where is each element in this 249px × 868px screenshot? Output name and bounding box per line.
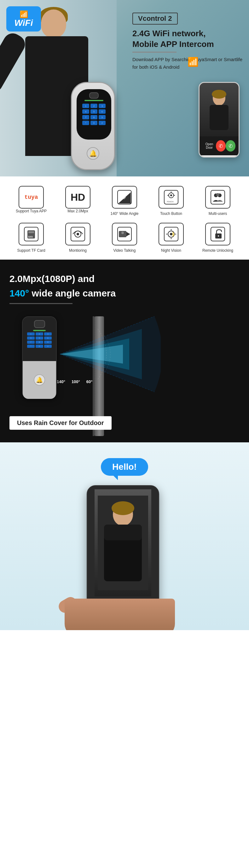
remote-unlock-icon-box: [205, 223, 230, 245]
cam-key-4: 4: [27, 337, 35, 340]
phone-person-image: [199, 83, 239, 136]
key-1: 1: [82, 104, 89, 108]
key-8: 8: [90, 115, 97, 119]
tuya-logo-text: tuya: [24, 194, 38, 200]
key-7: 7: [82, 115, 89, 119]
remote-unlock-svg: [210, 226, 225, 242]
person-arm: [0, 30, 28, 95]
svg-text:32G: 32G: [28, 235, 33, 238]
device-camera-lens: [89, 92, 99, 99]
hello-phone-area: Open Door ✆ ✆: [77, 485, 172, 630]
night-vision-svg: [163, 226, 179, 242]
svg-text:TOUCH: TOUCH: [167, 201, 173, 203]
feature-touch-label: Touch Button: [160, 211, 182, 216]
svg-rect-2: [210, 105, 228, 130]
feature-tf-card-label: Support TF Card: [17, 248, 45, 253]
hello-bubble: Hello!: [101, 458, 148, 476]
hd-icon-box: HD: [65, 186, 90, 209]
feature-monitoring: Montioring: [56, 223, 100, 253]
touch-icon-box: TOUCH: [159, 186, 184, 209]
device-hero: 1 2 3 4 5 6 7 8 9 * 0 # 🔔: [71, 82, 112, 167]
feature-touch: TOUCH Touch Button: [149, 186, 193, 216]
cam-key-2: 2: [36, 332, 43, 336]
key-6: 6: [99, 109, 105, 114]
svg-point-23: [76, 233, 79, 235]
rain-banner-box: Uses Rain Cover for Outdoor: [9, 416, 112, 430]
night-vision-icon-box: [159, 223, 184, 245]
feature-multi-users-label: Multi-users: [209, 211, 227, 216]
camera-device-bottom: 🔔: [23, 361, 56, 399]
touch-svg: TOUCH: [163, 190, 179, 205]
key-5: 5: [90, 109, 97, 114]
accept-button[interactable]: ✆: [226, 140, 236, 152]
wifi-label: WiFi: [14, 19, 33, 27]
wifi-signal-near-device: 📶: [188, 57, 198, 67]
monitoring-svg: [70, 226, 86, 242]
cam-key-3: 3: [44, 332, 52, 336]
phone-frame: Open Door ✆ ✆: [198, 82, 240, 158]
hello-text: Hello!: [112, 462, 137, 472]
device-body: 1 2 3 4 5 6 7 8 9 * 0 # 🔔: [71, 82, 115, 170]
rain-banner: Uses Rain Cover for Outdoor: [0, 416, 249, 430]
tf-card-icon-box: 32G: [19, 223, 44, 245]
hello-section: Hello! Open Door ✆ ✆: [0, 442, 249, 630]
device-status-bar: [85, 100, 103, 101]
feature-wide-angle: 140° 140° Wide Angle: [103, 186, 146, 216]
feature-night-vision-label: Night Vision: [161, 248, 181, 253]
headline-line2: Mobile APP Intercom: [132, 39, 214, 49]
camera-lens: [34, 320, 45, 328]
device-keypad: 1 2 3 4 5 6 7 8 9 * 0 #: [80, 104, 108, 125]
cam-key-1: 1: [27, 332, 35, 336]
decline-button[interactable]: ✆: [216, 140, 226, 152]
svg-text:140°: 140°: [120, 196, 126, 200]
feature-tf-card: 32G Support TF Card: [9, 223, 53, 253]
key-9: 9: [99, 115, 105, 119]
phone-hero: Open Door ✆ ✆: [198, 82, 243, 158]
feature-wide-angle-label: 140° Wide Angle: [111, 211, 139, 216]
wifi-badge: 📶 WiFi: [6, 6, 41, 32]
feature-hd: HD Max 2.0Mpx: [56, 186, 100, 216]
tuya-icon-box: tuya: [19, 186, 44, 209]
hand-shape: [65, 599, 175, 630]
svg-point-34: [170, 233, 173, 235]
cam-key-0: 0: [36, 345, 43, 348]
key-0: 0: [90, 121, 97, 125]
feature-tuya: tuya Support Tuya APP: [9, 186, 53, 216]
key-2: 2: [90, 104, 97, 108]
feature-video-talking: Video Talking: [103, 223, 146, 253]
wide-angle-svg: 140°: [117, 190, 132, 205]
video-talking-svg: [117, 226, 132, 242]
svg-rect-42: [104, 525, 142, 540]
device-screen: 1 2 3 4 5 6 7 8 9 * 0 #: [76, 89, 111, 140]
cam-key-5: 5: [36, 337, 43, 340]
product-title-box: Vcontrol 2: [132, 12, 178, 25]
key-4: 4: [82, 109, 89, 114]
svg-point-16: [216, 193, 219, 196]
svg-point-1: [212, 90, 226, 99]
monitoring-icon-box: [65, 223, 90, 245]
features-grid: tuya Support Tuya APP HD Max 2.0Mpx 140°…: [9, 186, 240, 253]
person-head: [41, 9, 66, 38]
hero-headline: 2.4G WiFi network, Mobile APP Intercom: [132, 28, 243, 50]
cam-key-8: 8: [36, 341, 43, 344]
key-star: *: [82, 121, 89, 125]
multi-users-icon-box: [205, 186, 230, 209]
svg-point-8: [170, 194, 172, 196]
headline-line1: 2.4G WiFi network,: [132, 29, 206, 38]
wide-angle-icon-box: 140°: [112, 186, 137, 209]
features-section: tuya Support Tuya APP HD Max 2.0Mpx 140°…: [0, 177, 249, 259]
hero-section: 📶 WiFi Vcontrol 2 2.4G WiFi network, Mob…: [0, 0, 249, 177]
rain-cover-text: Uses Rain Cover for Outdoor: [17, 420, 104, 426]
hero-divider: [132, 52, 177, 53]
multi-users-svg: [210, 190, 225, 205]
camera-status-green: [33, 330, 46, 331]
camera-device-unit: 1 2 3 4 5 6 7 8 9 * 0 # 🔔: [22, 316, 57, 398]
camera-device-keypad: 1 2 3 4 5 6 7 8 9 * 0 #: [26, 332, 53, 348]
camera-device-area: 1 2 3 4 5 6 7 8 9 * 0 # 🔔: [16, 291, 135, 417]
camera-bell: 🔔: [34, 374, 45, 385]
device-bell: 🔔: [87, 147, 99, 160]
product-title: Vcontrol 2: [138, 14, 172, 22]
key-3: 3: [99, 104, 105, 108]
camera-headline-white: 2.0Mpx(1080P) and: [9, 272, 240, 285]
video-talking-icon-box: [112, 223, 137, 245]
